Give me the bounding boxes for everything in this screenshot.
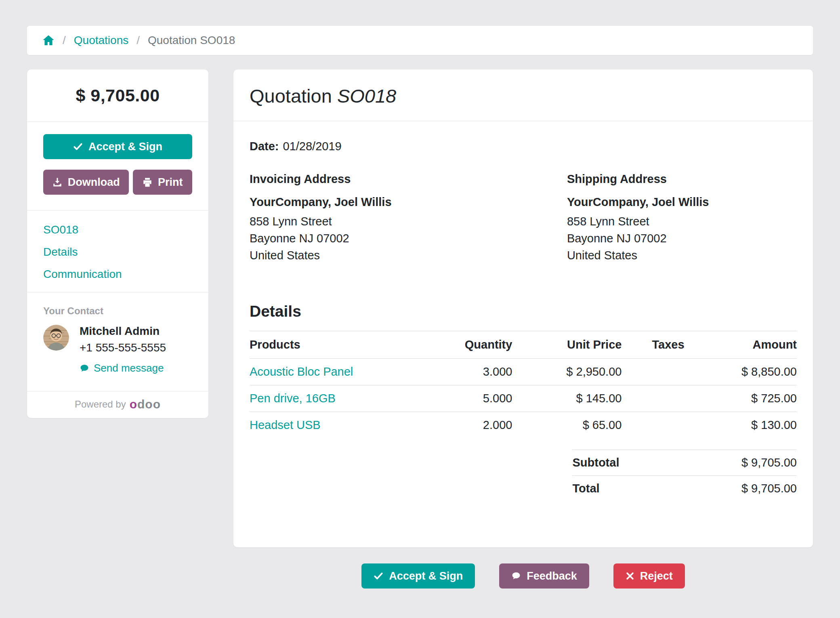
cell-amount: $ 8,850.00 xyxy=(715,359,797,385)
cell-amount: $ 725.00 xyxy=(715,385,797,412)
date-value: 01/28/2019 xyxy=(283,140,342,153)
totals-block: Subtotal $ 9,705.00 Total $ 9,705.00 xyxy=(572,450,797,501)
reject-button[interactable]: Reject xyxy=(613,563,685,589)
sidebar-item-so018[interactable]: SO018 xyxy=(43,223,192,236)
footer-actions: Accept & Sign Feedback Reject xyxy=(233,563,813,589)
accept-sign-label: Accept & Sign xyxy=(88,141,162,153)
page-title-reference: SO018 xyxy=(337,85,396,107)
download-print-row: Download Print xyxy=(43,170,192,195)
sidebar-item-details[interactable]: Details xyxy=(43,246,192,259)
feedback-label: Feedback xyxy=(527,570,577,582)
total-value: $ 9,705.00 xyxy=(741,482,797,495)
cell-taxes xyxy=(622,385,714,412)
odoo-logo-first-letter: o xyxy=(130,397,137,411)
sidebar-nav: SO018 Details Communication xyxy=(27,210,208,292)
powered-by: Powered byodoo xyxy=(27,391,208,418)
quotation-date: Date:01/28/2019 xyxy=(250,140,797,153)
total-label: Total xyxy=(572,482,599,495)
cell-unit-price: $ 145.00 xyxy=(512,385,622,412)
subtotal-value: $ 9,705.00 xyxy=(741,456,797,469)
table-row: Acoustic Bloc Panel 3.000 $ 2,950.00 $ 8… xyxy=(250,359,797,385)
cell-taxes xyxy=(622,359,714,385)
chat-bubble-icon xyxy=(511,571,521,581)
avatar xyxy=(43,325,69,351)
product-link[interactable]: Acoustic Bloc Panel xyxy=(250,365,353,378)
invoicing-address-street: 858 Lynn Street xyxy=(250,213,567,230)
order-lines-table: Products Quantity Unit Price Taxes Amoun… xyxy=(250,331,797,438)
table-row: Pen drive, 16GB 5.000 $ 145.00 $ 725.00 xyxy=(250,385,797,412)
invoicing-address-name: YourCompany, Joel Willis xyxy=(250,195,567,209)
download-label: Download xyxy=(68,176,120,189)
cell-unit-price: $ 2,950.00 xyxy=(512,359,622,385)
download-button[interactable]: Download xyxy=(43,170,129,195)
cell-taxes xyxy=(622,412,714,439)
breadcrumb-quotations-link[interactable]: Quotations xyxy=(74,34,128,47)
download-icon xyxy=(52,177,62,187)
send-message-label: Send message xyxy=(94,362,164,374)
cell-amount: $ 130.00 xyxy=(715,412,797,439)
page-title: Quotation SO018 xyxy=(233,69,813,121)
invoicing-address-city: Bayonne NJ 07002 xyxy=(250,230,567,247)
breadcrumb-separator: / xyxy=(136,34,140,47)
odoo-logo-rest: doo xyxy=(137,397,161,411)
shipping-address-city: Bayonne NJ 07002 xyxy=(567,230,797,247)
subtotal-label: Subtotal xyxy=(572,456,619,469)
feedback-button[interactable]: Feedback xyxy=(499,563,589,589)
x-icon xyxy=(626,572,634,580)
shipping-address-name: YourCompany, Joel Willis xyxy=(567,195,797,209)
breadcrumb: / Quotations / Quotation SO018 xyxy=(27,26,813,55)
quotation-card: Quotation SO018 Date:01/28/2019 Invoicin… xyxy=(233,69,813,547)
cell-quantity: 3.000 xyxy=(447,359,512,385)
print-label: Print xyxy=(158,176,183,189)
accept-sign-button-bottom[interactable]: Accept & Sign xyxy=(361,563,475,589)
shipping-address-country: United States xyxy=(567,247,797,264)
shipping-address: Shipping Address YourCompany, Joel Willi… xyxy=(567,172,797,264)
cell-quantity: 2.000 xyxy=(447,412,512,439)
shipping-address-street: 858 Lynn Street xyxy=(567,213,797,230)
check-icon xyxy=(73,142,83,151)
contact-name: Mitchell Admin xyxy=(80,325,166,338)
print-button[interactable]: Print xyxy=(133,170,192,195)
total-row: Total $ 9,705.00 xyxy=(572,475,797,501)
home-icon[interactable] xyxy=(42,34,55,46)
powered-by-label: Powered by xyxy=(75,399,126,410)
sidebar-actions: Accept & Sign Download Print xyxy=(27,122,208,210)
column-header-amount: Amount xyxy=(715,331,797,359)
product-link[interactable]: Pen drive, 16GB xyxy=(250,392,336,405)
column-header-quantity: Quantity xyxy=(447,331,512,359)
column-header-taxes: Taxes xyxy=(622,331,714,359)
invoicing-address-country: United States xyxy=(250,247,567,264)
details-section-heading: Details xyxy=(250,303,797,320)
contact-heading: Your Contact xyxy=(43,305,192,317)
odoo-logo[interactable]: odoo xyxy=(130,397,161,411)
invoicing-address: Invoicing Address YourCompany, Joel Will… xyxy=(250,172,567,264)
accept-sign-button[interactable]: Accept & Sign xyxy=(43,134,192,159)
print-icon xyxy=(143,177,152,187)
contact-phone: +1 555-555-5555 xyxy=(80,341,166,354)
breadcrumb-separator: / xyxy=(63,34,66,47)
cell-quantity: 5.000 xyxy=(447,385,512,412)
reject-label: Reject xyxy=(640,570,673,582)
invoicing-address-heading: Invoicing Address xyxy=(250,172,567,186)
column-header-unit-price: Unit Price xyxy=(512,331,622,359)
content-layout: $ 9,705.00 Accept & Sign Download xyxy=(27,69,813,547)
product-link[interactable]: Headset USB xyxy=(250,418,321,431)
addresses: Invoicing Address YourCompany, Joel Will… xyxy=(250,172,797,264)
chat-bubble-icon xyxy=(80,364,89,373)
quotation-total-amount: $ 9,705.00 xyxy=(27,69,208,122)
accept-sign-bottom-label: Accept & Sign xyxy=(389,570,463,582)
sidebar-item-communication[interactable]: Communication xyxy=(43,268,192,281)
subtotal-row: Subtotal $ 9,705.00 xyxy=(572,450,797,475)
column-header-products: Products xyxy=(250,331,447,359)
cell-unit-price: $ 65.00 xyxy=(512,412,622,439)
sidebar-card: $ 9,705.00 Accept & Sign Download xyxy=(27,69,208,418)
breadcrumb-current: Quotation SO018 xyxy=(148,34,235,47)
send-message-link[interactable]: Send message xyxy=(80,362,164,374)
contact-section: Your Contact xyxy=(27,292,208,391)
check-icon xyxy=(374,571,383,581)
page-title-prefix: Quotation xyxy=(250,85,337,107)
shipping-address-heading: Shipping Address xyxy=(567,172,797,186)
table-header-row: Products Quantity Unit Price Taxes Amoun… xyxy=(250,331,797,359)
table-row: Headset USB 2.000 $ 65.00 $ 130.00 xyxy=(250,412,797,439)
date-label: Date: xyxy=(250,140,279,153)
